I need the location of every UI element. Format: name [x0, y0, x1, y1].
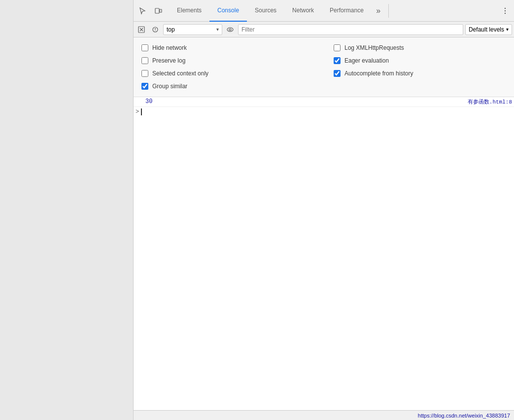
context-selector[interactable]: top ▾	[163, 24, 222, 35]
eye-icon	[226, 26, 234, 33]
preserve-log-checkbox[interactable]	[141, 57, 148, 64]
more-tabs-button[interactable]: »	[372, 4, 385, 18]
dots-icon	[501, 7, 509, 15]
setting-eager-eval: Eager evaluation	[334, 54, 506, 67]
settings-right-column: Log XMLHttpRequests Eager evaluation Aut…	[334, 41, 506, 93]
autocomplete-checkbox[interactable]	[334, 70, 341, 77]
svg-point-12	[229, 29, 231, 31]
setting-preserve-log: Preserve log	[141, 54, 314, 67]
setting-hide-network: Hide network	[141, 41, 314, 54]
filter-input[interactable]	[238, 24, 463, 35]
device-icon-button[interactable]	[151, 4, 165, 18]
devtools-menu-button[interactable]	[498, 4, 512, 18]
console-source-link[interactable]: 有参函数.html:8	[468, 98, 512, 105]
tab-console[interactable]: Console	[209, 0, 247, 22]
selected-context-label[interactable]: Selected context only	[152, 70, 208, 77]
svg-point-4	[505, 12, 506, 13]
log-xmlhttp-label[interactable]: Log XMLHttpRequests	[344, 44, 404, 51]
svg-rect-1	[160, 9, 162, 12]
hide-network-label[interactable]: Hide network	[152, 44, 187, 51]
autocomplete-label[interactable]: Autocomplete from history	[344, 70, 413, 77]
svg-point-10	[155, 30, 156, 31]
setting-group-similar: Group similar	[141, 80, 314, 93]
svg-point-11	[227, 28, 233, 32]
setting-log-xmlhttp: Log XMLHttpRequests	[334, 41, 506, 54]
devtools-panel: Elements Console Sources Network Perform…	[133, 0, 514, 420]
filter-toggle-button[interactable]	[149, 24, 161, 35]
console-toolbar: top ▾ Default levels ▾	[134, 22, 514, 37]
tab-bar: Elements Console Sources Network Perform…	[134, 0, 514, 22]
tab-sources[interactable]: Sources	[247, 0, 284, 22]
log-xmlhttp-checkbox[interactable]	[334, 44, 341, 51]
console-prompt: >	[136, 108, 139, 115]
hide-network-checkbox[interactable]	[141, 44, 148, 51]
tab-elements[interactable]: Elements	[169, 0, 209, 22]
clear-icon	[138, 26, 145, 33]
settings-grid: Hide network Preserve log Selected conte…	[141, 41, 506, 93]
settings-panel: Hide network Preserve log Selected conte…	[134, 37, 514, 97]
console-output-entry: 30 有参函数.html:8	[134, 97, 514, 107]
device-icon	[154, 7, 162, 15]
levels-selector[interactable]: Default levels ▾	[465, 24, 512, 35]
settings-left-column: Hide network Preserve log Selected conte…	[141, 41, 314, 93]
inspect-button[interactable]	[224, 24, 236, 35]
group-similar-checkbox[interactable]	[141, 83, 148, 90]
clear-console-button[interactable]	[136, 24, 147, 35]
setting-selected-context: Selected context only	[141, 67, 314, 80]
tab-performance[interactable]: Performance	[322, 0, 372, 22]
context-chevron: ▾	[216, 27, 219, 32]
console-cursor	[141, 108, 142, 115]
preserve-log-label[interactable]: Preserve log	[152, 57, 185, 64]
console-output[interactable]: 30 有参函数.html:8 >	[134, 97, 514, 410]
eager-eval-label[interactable]: Eager evaluation	[344, 57, 389, 64]
tab-separator	[388, 4, 389, 18]
console-input-line[interactable]: >	[134, 107, 514, 117]
console-value: 30	[136, 98, 152, 105]
selected-context-checkbox[interactable]	[141, 70, 148, 77]
status-bar: https://blog.csdn.net/weixin_43883917	[134, 410, 514, 420]
filter-icon	[152, 26, 159, 33]
eager-eval-checkbox[interactable]	[334, 57, 341, 64]
cursor-icon-button[interactable]	[136, 4, 149, 18]
tab-icons	[136, 4, 165, 18]
webpage-area	[0, 0, 133, 420]
setting-autocomplete: Autocomplete from history	[334, 67, 506, 80]
group-similar-label[interactable]: Group similar	[152, 83, 187, 90]
svg-rect-0	[155, 8, 159, 13]
svg-point-2	[505, 7, 506, 8]
svg-point-3	[505, 10, 506, 11]
cursor-icon	[138, 7, 146, 15]
tab-network[interactable]: Network	[284, 0, 322, 22]
status-url: https://blog.csdn.net/weixin_43883917	[418, 413, 510, 419]
